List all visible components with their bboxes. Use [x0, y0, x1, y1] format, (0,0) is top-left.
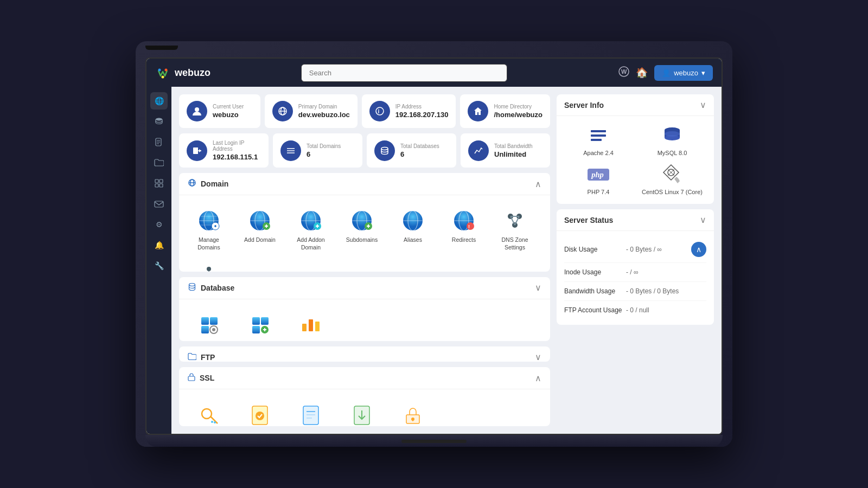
domain-tool-grid: Manage Domains Add Domain — [184, 203, 545, 272]
sidebar-item-folder[interactable] — [150, 154, 168, 171]
add-addon-domain-icon — [298, 208, 323, 233]
server-status-panel: Server Status ∨ Disk Usage - 0 Bytes / ∞… — [557, 209, 714, 325]
tool-aliases[interactable]: Aliases — [388, 203, 437, 256]
svg-text:W: W — [621, 68, 627, 75]
server-info-toggle-icon[interactable]: ∨ — [700, 100, 706, 110]
server-info-mysql: MySQL 8.0 — [639, 125, 705, 156]
domain-section-header[interactable]: Domain ∧ — [179, 173, 550, 195]
redirects-icon: ! — [451, 208, 476, 233]
topbar-actions: W 🏠 👤 webuzo ▾ — [618, 65, 713, 81]
current-user-value: webuzo — [213, 111, 244, 119]
database-tool-grid: Manage Databases Add Database — [184, 307, 545, 341]
server-info-header[interactable]: Server Info ∨ — [557, 94, 714, 116]
svg-point-81 — [212, 328, 215, 331]
sidebar-item-file[interactable] — [150, 133, 168, 151]
svg-point-76 — [189, 283, 195, 286]
home-directory-label: Home Directory — [494, 104, 542, 110]
info-card-home-directory: Home Directory /home/webuzo — [460, 94, 550, 128]
add-database-label: Add Database — [242, 341, 278, 341]
svg-point-1 — [158, 69, 161, 72]
ftp-toggle-icon[interactable]: ∨ — [535, 352, 541, 362]
server-status-toggle-icon[interactable]: ∨ — [700, 215, 706, 225]
disk-usage-value: - 0 Bytes / ∞ — [626, 246, 662, 253]
chevron-down-icon: ▾ — [701, 69, 705, 77]
user-button[interactable]: 👤 webuzo ▾ — [654, 65, 713, 81]
home-icon[interactable]: 🏠 — [636, 67, 648, 79]
total-domains-value: 6 — [307, 150, 341, 158]
total-domains-label: Total Domains — [307, 143, 341, 149]
bandwidth-usage-label: Bandwidth Usage — [564, 287, 624, 295]
home-directory-icon — [468, 101, 488, 121]
svg-rect-89 — [309, 319, 313, 331]
wordpress-icon[interactable]: W — [618, 66, 629, 80]
server-status-header[interactable]: Server Status ∨ — [557, 209, 714, 231]
search-input[interactable] — [301, 64, 507, 82]
tool-manage-domains[interactable]: Manage Domains — [184, 203, 233, 256]
tool-private-keys[interactable]: Private Keys — [184, 397, 233, 426]
tool-dns-zone-settings[interactable]: DNS Zone Settings — [490, 203, 539, 256]
mysql-label: MySQL 8.0 — [658, 150, 687, 156]
mysql-icon — [661, 125, 683, 146]
svg-point-95 — [214, 421, 216, 423]
tool-add-database[interactable]: Add Database — [235, 307, 284, 341]
add-domain-label: Add Domain — [244, 236, 276, 244]
ssl-section-header[interactable]: SSL ∧ — [179, 367, 550, 389]
tool-certificate[interactable]: Certificate — [286, 397, 335, 426]
svg-point-113 — [665, 131, 680, 137]
svg-rect-108 — [591, 134, 606, 137]
database-toggle-icon[interactable]: ∨ — [535, 282, 541, 293]
main-content: Current User webuzo Primary Domain dev.w… — [171, 87, 722, 434]
svg-rect-107 — [591, 130, 606, 132]
logo: webuzo — [155, 65, 242, 80]
primary-domain-icon — [272, 101, 293, 121]
svg-point-70 — [207, 267, 211, 271]
database-section: Database ∨ Manage D — [179, 277, 550, 341]
php-label: PHP 7.4 — [588, 189, 610, 195]
tool-subdomains[interactable]: Subdomains — [337, 203, 386, 256]
info-card-current-user: Current User webuzo — [179, 94, 260, 128]
svg-point-17 — [376, 107, 384, 115]
sidebar-item-database[interactable] — [150, 113, 168, 130]
domain-title-text: Domain — [201, 179, 228, 188]
phpmyadmin-label: phpMyAdmin — [294, 341, 327, 341]
php-icon: php — [588, 164, 609, 185]
server-info-apache: Apache 2.4 — [565, 125, 631, 156]
domain-toggle-icon[interactable]: ∧ — [535, 179, 541, 189]
tool-redirects[interactable]: ! Redirects — [439, 203, 488, 256]
subdomains-label: Subdomains — [346, 236, 378, 244]
ssl-toggle-icon[interactable]: ∧ — [535, 373, 541, 383]
ip-address-label: IP Address — [395, 104, 449, 110]
tool-add-domain[interactable]: Add Domain — [235, 203, 284, 256]
sidebar-item-grid[interactable] — [150, 175, 168, 192]
total-bandwidth-value: Unlimited — [494, 150, 533, 158]
ftp-section-header[interactable]: FTP ∨ — [179, 346, 550, 362]
laptop-hinge — [401, 440, 467, 443]
tool-add-addon-domain[interactable]: Add Addon Domain — [286, 203, 335, 256]
svg-rect-88 — [302, 324, 307, 331]
tool-network-tools[interactable]: Network Tools — [184, 259, 233, 271]
svg-rect-90 — [315, 322, 320, 331]
database-section-header[interactable]: Database ∨ — [179, 277, 550, 299]
ssl-section: SSL ∧ Private Keys — [179, 367, 550, 426]
sidebar-item-globe[interactable]: 🌐 — [150, 92, 168, 110]
scroll-top-button[interactable]: ∧ — [691, 242, 706, 257]
info-card-ip-address: i IP Address 192.168.207.130 — [362, 94, 456, 128]
svg-rect-9 — [159, 179, 163, 183]
info-cards-row1: Current User webuzo Primary Domain dev.w… — [179, 94, 550, 128]
sidebar-item-mail[interactable] — [150, 195, 168, 213]
tool-phpmyadmin[interactable]: phpMyAdmin — [286, 307, 335, 341]
current-user-label: Current User — [213, 104, 244, 110]
tool-lets-encrypt[interactable]: Lets Encrypt — [388, 397, 437, 426]
logo-icon — [155, 65, 170, 80]
database-section-icon — [188, 282, 196, 293]
sidebar-item-wrench[interactable]: 🔧 — [150, 257, 168, 274]
database-section-body: Manage Databases Add Database — [179, 299, 550, 341]
tool-manage-databases[interactable]: Manage Databases — [184, 307, 233, 341]
tool-install-certificate[interactable]: Install Certificate — [337, 397, 386, 426]
tool-cert-signing[interactable]: Cert Signing — [235, 397, 284, 426]
bandwidth-usage-value: - 0 Bytes / 0 Bytes — [626, 287, 679, 295]
last-login-value: 192.168.115.1 — [213, 153, 261, 161]
sidebar-item-settings[interactable]: ⚙ — [150, 216, 168, 233]
sidebar-item-bell[interactable]: 🔔 — [150, 236, 168, 254]
search-bar[interactable] — [301, 64, 507, 82]
